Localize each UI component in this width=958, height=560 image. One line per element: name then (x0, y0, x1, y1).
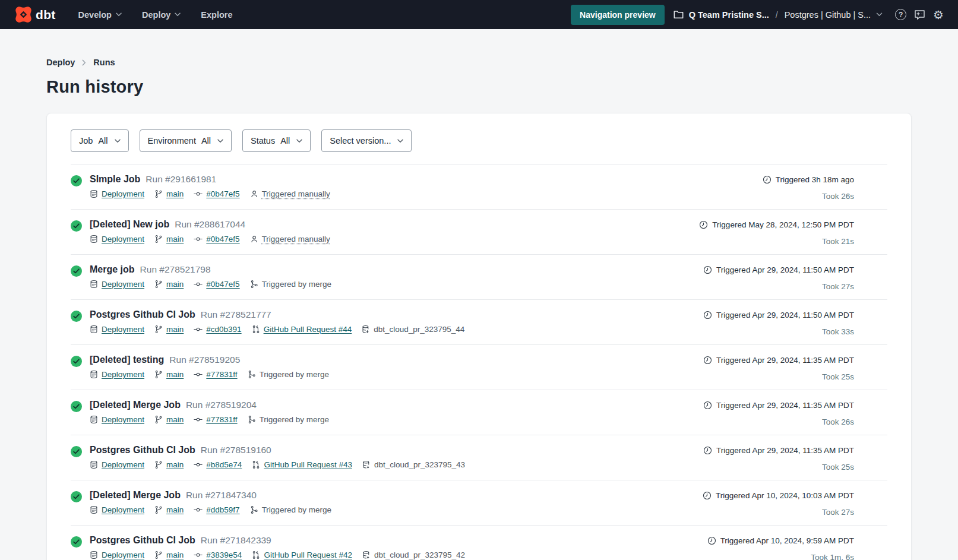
triggered-time: Triggered Apr 29, 2024, 11:50 AM PDT (716, 311, 854, 319)
branch-link[interactable]: main (166, 550, 184, 559)
branch-link[interactable]: main (166, 460, 184, 469)
breadcrumb-deploy[interactable]: Deploy (46, 58, 75, 67)
environment-link[interactable]: Deployment (102, 550, 144, 559)
run-row[interactable]: Postgres Github CI Job Run #278519160 (71, 435, 887, 480)
commit-meta: #77831ff (194, 415, 237, 424)
environment-link[interactable]: Deployment (102, 460, 144, 469)
environment-link[interactable]: Deployment (102, 280, 144, 289)
nav-menu-explore-label: Explore (201, 10, 232, 20)
job-filter-dropdown[interactable]: Job All (71, 129, 129, 152)
project-name: Postgres | Github | S... (785, 10, 871, 20)
run-row[interactable]: Merge job Run #278521798 (71, 255, 887, 300)
nav-menu-develop[interactable]: Develop (78, 10, 122, 20)
environment-meta: Deployment (90, 550, 144, 559)
git-commit-icon (194, 370, 203, 379)
environment-link[interactable]: Deployment (102, 370, 144, 379)
branch-link[interactable]: main (166, 325, 184, 334)
commit-link[interactable]: #0b47ef5 (206, 235, 239, 243)
run-job-name[interactable]: Postgres Github CI Job (90, 445, 195, 455)
run-job-name[interactable]: Postgres Github CI Job (90, 535, 195, 546)
navigation-preview-button[interactable]: Navigation preview (571, 5, 665, 25)
trigger-label[interactable]: Triggered manually (262, 189, 330, 198)
run-id: Run #291661981 (146, 174, 216, 185)
run-row[interactable]: [Deleted] New job Run #288617044 (71, 210, 887, 255)
version-filter-dropdown[interactable]: Select version... (321, 129, 412, 152)
schema-label: dbt_cloud_pr_323795_43 (374, 460, 465, 469)
trigger-label[interactable]: Triggered manually (262, 235, 330, 243)
triggered-time: Triggered Apr 29, 2024, 11:50 AM PDT (716, 265, 854, 274)
run-row[interactable]: [Deleted] testing Run #278519205 (71, 345, 887, 390)
clock-icon (763, 175, 772, 184)
pull-request-link[interactable]: GitHub Pull Request #44 (264, 325, 352, 334)
database-icon (90, 280, 98, 289)
commit-link[interactable]: #ddb59f7 (206, 505, 239, 514)
commit-link[interactable]: #b8d5e74 (206, 460, 242, 469)
git-merge-icon (250, 505, 258, 514)
nav-menu-explore[interactable]: Explore (201, 10, 232, 20)
clock-icon (707, 536, 716, 545)
run-row[interactable]: Postgres Github CI Job Run #278521777 (71, 300, 887, 345)
run-job-name[interactable]: [Deleted] Merge Job (90, 400, 181, 410)
environment-link[interactable]: Deployment (102, 325, 144, 334)
commit-link[interactable]: #3839e54 (206, 550, 242, 559)
environment-meta: Deployment (90, 235, 144, 243)
git-branch-icon (154, 189, 163, 198)
run-job-name[interactable]: Merge job (90, 264, 135, 275)
branch-meta: main (154, 415, 184, 424)
run-job-name[interactable]: [Deleted] Merge Job (90, 490, 181, 501)
environment-link[interactable]: Deployment (102, 415, 144, 424)
run-id: Run #278521777 (201, 309, 271, 320)
run-row[interactable]: [Deleted] Merge Job Run #271847340 (71, 480, 887, 526)
environment-link[interactable]: Deployment (102, 189, 144, 198)
run-id: Run #278519160 (201, 445, 271, 455)
commit-link[interactable]: #0b47ef5 (206, 189, 239, 198)
pull-request-link[interactable]: GitHub Pull Request #42 (264, 550, 352, 559)
environment-link[interactable]: Deployment (102, 505, 144, 514)
environment-link[interactable]: Deployment (102, 235, 144, 243)
branch-link[interactable]: main (166, 505, 184, 514)
breadcrumb-runs[interactable]: Runs (93, 58, 115, 67)
database-icon (90, 550, 98, 559)
run-job-name[interactable]: [Deleted] New job (90, 219, 169, 230)
environment-filter-dropdown[interactable]: Environment All (140, 129, 232, 152)
commit-link[interactable]: #77831ff (206, 415, 237, 424)
run-job-name[interactable]: [Deleted] testing (90, 355, 164, 365)
run-duration: Took 27s (822, 282, 854, 291)
database-icon (90, 460, 98, 469)
branch-link[interactable]: main (166, 415, 184, 424)
feedback-bubble-icon[interactable] (914, 10, 925, 20)
trigger-merge-meta: Triggered by merge (248, 415, 329, 424)
gear-icon[interactable]: ⚙ (933, 9, 944, 21)
run-success-icon (71, 491, 82, 502)
run-row[interactable]: Postgres Github CI Job Run #271842339 (71, 526, 887, 560)
triggered-time: Triggered Apr 10, 2024, 10:03 AM PDT (716, 491, 854, 500)
environment-filter-label: Environment (148, 136, 196, 145)
run-job-name[interactable]: Postgres Github CI Job (90, 309, 195, 320)
commit-link[interactable]: #77831ff (206, 370, 237, 379)
clock-icon (703, 491, 712, 500)
commit-link[interactable]: #0b47ef5 (206, 280, 239, 289)
branch-link[interactable]: main (166, 189, 184, 198)
main-content: Deploy Runs Run history Job All Environm… (0, 58, 958, 560)
branch-link[interactable]: main (166, 235, 184, 243)
git-commit-icon (194, 235, 203, 243)
dbt-logo[interactable]: dbt (15, 6, 56, 23)
status-filter-dropdown[interactable]: Status All (242, 129, 311, 152)
help-icon[interactable]: ? (895, 9, 906, 20)
schema-meta: dbt_cloud_pr_323795_44 (362, 325, 464, 334)
run-row[interactable]: SImple Job Run #291661981 (71, 164, 887, 210)
run-success-icon (71, 446, 82, 457)
nav-menu-develop-label: Develop (78, 10, 112, 20)
commit-link[interactable]: #cd0b391 (206, 325, 241, 334)
pull-request-link[interactable]: GitHub Pull Request #43 (264, 460, 352, 469)
nav-menu-deploy[interactable]: Deploy (142, 10, 181, 20)
branch-link[interactable]: main (166, 370, 184, 379)
database-icon (90, 505, 98, 514)
branch-link[interactable]: main (166, 280, 184, 289)
run-row[interactable]: [Deleted] Merge Job Run #278519204 (71, 390, 887, 435)
git-commit-icon (194, 280, 203, 289)
run-job-name[interactable]: SImple Job (90, 174, 140, 185)
branch-meta: main (154, 235, 184, 243)
account-project-switcher[interactable]: Q Team Pristine S... / Postgres | Github… (674, 10, 883, 20)
folder-icon (674, 10, 684, 19)
